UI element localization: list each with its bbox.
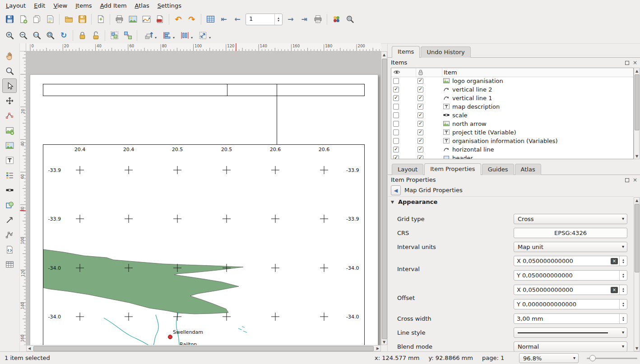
item-visibility-checkbox[interactable] bbox=[393, 129, 399, 135]
add-pages-button[interactable] bbox=[94, 13, 107, 26]
tab-atlas[interactable]: Atlas bbox=[515, 164, 541, 175]
zoom-actual-button[interactable]: 1:1 bbox=[30, 29, 43, 42]
item-lock-checkbox[interactable] bbox=[417, 104, 423, 110]
offset-x-input[interactable]: X 0,050000000000 × ▴▾ bbox=[514, 285, 627, 295]
tab-guides[interactable]: Guides bbox=[482, 164, 514, 175]
spinner-arrows[interactable]: ▴▾ bbox=[619, 256, 627, 266]
items-tree-row[interactable]: horizontal line bbox=[391, 145, 633, 154]
items-tree-row[interactable]: header bbox=[391, 154, 633, 159]
grid-type-select[interactable]: Cross ▾ bbox=[514, 214, 627, 224]
pan-layout-tool[interactable] bbox=[2, 49, 17, 63]
scrollbar-thumb[interactable] bbox=[635, 204, 640, 272]
ungroup-items-button[interactable] bbox=[121, 29, 134, 42]
menu-edit[interactable]: Edit bbox=[30, 1, 49, 10]
items-tree-row[interactable]: organisation information (Variables) bbox=[391, 137, 633, 145]
tab-layout[interactable]: Layout bbox=[392, 164, 423, 175]
clear-value-icon[interactable]: × bbox=[611, 287, 618, 293]
close-panel-icon[interactable]: × bbox=[632, 177, 638, 183]
menu-settings[interactable]: Settings bbox=[153, 1, 186, 10]
item-visibility-checkbox[interactable] bbox=[393, 147, 399, 152]
vertical-line-2-item[interactable] bbox=[277, 84, 277, 144]
menu-add-item[interactable]: Add Item bbox=[96, 1, 131, 10]
edit-nodes-item-tool[interactable] bbox=[2, 108, 17, 123]
atlas-feature-input[interactable]: 1▴▾ bbox=[246, 14, 283, 25]
print-atlas-button[interactable] bbox=[311, 13, 325, 26]
spinner-arrows[interactable]: ▴▾ bbox=[619, 314, 627, 323]
items-tree-row[interactable]: map description bbox=[391, 102, 633, 111]
menu-view[interactable]: View bbox=[49, 1, 71, 10]
preview-atlas-button[interactable] bbox=[204, 13, 217, 26]
add-picture-tool[interactable] bbox=[2, 138, 17, 152]
scroll-down-icon[interactable]: ▼ bbox=[634, 153, 640, 159]
close-panel-icon[interactable]: × bbox=[632, 60, 638, 66]
refresh-view-button[interactable]: ↻ bbox=[57, 29, 70, 42]
add-html-tool[interactable] bbox=[2, 242, 17, 257]
atlas-settings-button[interactable] bbox=[343, 13, 357, 26]
spinner-arrows[interactable]: ▴▾ bbox=[274, 14, 282, 25]
first-feature-button[interactable]: ⇤ bbox=[217, 13, 231, 26]
zoom-tool[interactable] bbox=[2, 64, 17, 78]
item-visibility-checkbox[interactable] bbox=[393, 95, 399, 101]
item-lock-checkbox[interactable] bbox=[417, 112, 423, 118]
properties-scrollbar[interactable]: ▲ ▼ bbox=[634, 197, 640, 351]
distribute-items-button[interactable]: ▾ bbox=[176, 29, 194, 42]
item-lock-checkbox[interactable] bbox=[417, 95, 423, 101]
select-move-item-tool[interactable] bbox=[2, 78, 17, 93]
line-style-button[interactable]: ▾ bbox=[514, 327, 627, 338]
resize-items-button[interactable]: ▾ bbox=[194, 29, 212, 42]
interval-x-input[interactable]: X 0,050000000000 × ▴▾ bbox=[514, 256, 627, 266]
next-feature-button[interactable]: → bbox=[284, 13, 297, 26]
back-button[interactable]: ◀ bbox=[391, 185, 401, 195]
clear-value-icon[interactable]: × bbox=[611, 258, 618, 264]
zoom-out-button[interactable] bbox=[16, 29, 30, 42]
item-lock-checkbox[interactable] bbox=[417, 87, 423, 92]
layout-canvas[interactable]: 20.420.420.520.520.620.6-33.9-33.9-34.0-… bbox=[26, 51, 381, 345]
item-lock-checkbox[interactable] bbox=[417, 138, 423, 144]
add-items-from-template-button[interactable] bbox=[62, 13, 75, 26]
menu-items[interactable]: Items bbox=[71, 1, 96, 10]
export-atlas-button[interactable] bbox=[329, 13, 343, 26]
crs-button[interactable]: EPSG:4326 bbox=[514, 228, 627, 238]
print-layout-button[interactable] bbox=[112, 13, 126, 26]
float-panel-icon[interactable] bbox=[624, 60, 630, 66]
item-visibility-checkbox[interactable] bbox=[393, 104, 399, 110]
items-tree-row[interactable]: vertical line 1 bbox=[391, 94, 633, 102]
items-scrollbar[interactable]: ▲ ▼ bbox=[634, 68, 640, 159]
item-lock-checkbox[interactable] bbox=[417, 147, 423, 152]
add-map-tool[interactable] bbox=[2, 123, 17, 138]
add-arrow-tool[interactable] bbox=[2, 212, 17, 227]
horizontal-scrollbar[interactable]: ◀ ▶ bbox=[26, 345, 381, 351]
item-visibility-checkbox[interactable] bbox=[393, 87, 399, 92]
spinner-arrows[interactable]: ▴▾ bbox=[619, 299, 627, 309]
scroll-up-icon[interactable]: ▲ bbox=[634, 198, 640, 203]
blend-mode-select[interactable]: Normal ▾ bbox=[514, 341, 627, 352]
spinner-arrows[interactable]: ▴▾ bbox=[619, 285, 627, 295]
last-feature-button[interactable]: ⇥ bbox=[297, 13, 311, 26]
align-items-button[interactable]: ▾ bbox=[158, 29, 176, 42]
item-lock-checkbox[interactable] bbox=[417, 129, 423, 135]
scroll-down-icon[interactable]: ▼ bbox=[381, 339, 387, 345]
header-frame-item[interactable] bbox=[43, 84, 365, 96]
save-as-template-button[interactable] bbox=[75, 13, 89, 26]
interval-y-input[interactable]: Y 0,050000000000 ▴▾ bbox=[514, 270, 627, 281]
item-visibility-checkbox[interactable] bbox=[393, 112, 399, 118]
add-shape-tool[interactable] bbox=[2, 198, 17, 212]
zoom-full-button[interactable] bbox=[43, 29, 57, 42]
float-panel-icon[interactable] bbox=[624, 177, 630, 183]
add-node-item-tool[interactable] bbox=[2, 227, 17, 242]
cross-width-input[interactable]: 3,00 mm ▴▾ bbox=[514, 313, 627, 324]
item-visibility-checkbox[interactable] bbox=[393, 155, 399, 159]
spinner-arrows[interactable]: ▴▾ bbox=[619, 271, 627, 280]
redo-button[interactable]: ↷ bbox=[185, 13, 199, 26]
scroll-left-icon[interactable]: ◀ bbox=[27, 346, 32, 351]
items-tree-row[interactable]: north arrow bbox=[391, 120, 633, 128]
previous-feature-button[interactable]: ← bbox=[231, 13, 244, 26]
items-tree[interactable]: Item logo organisationvertical line 2ver… bbox=[391, 68, 634, 159]
scroll-down-icon[interactable]: ▼ bbox=[634, 346, 640, 351]
lock-items-button[interactable] bbox=[75, 29, 89, 42]
collapse-arrow-icon[interactable]: ▼ bbox=[391, 200, 394, 204]
items-tree-row[interactable]: scale bbox=[391, 111, 633, 120]
scroll-up-icon[interactable]: ▲ bbox=[381, 52, 387, 57]
item-lock-checkbox[interactable] bbox=[417, 155, 423, 159]
interval-units-select[interactable]: Map unit ▾ bbox=[514, 242, 627, 252]
